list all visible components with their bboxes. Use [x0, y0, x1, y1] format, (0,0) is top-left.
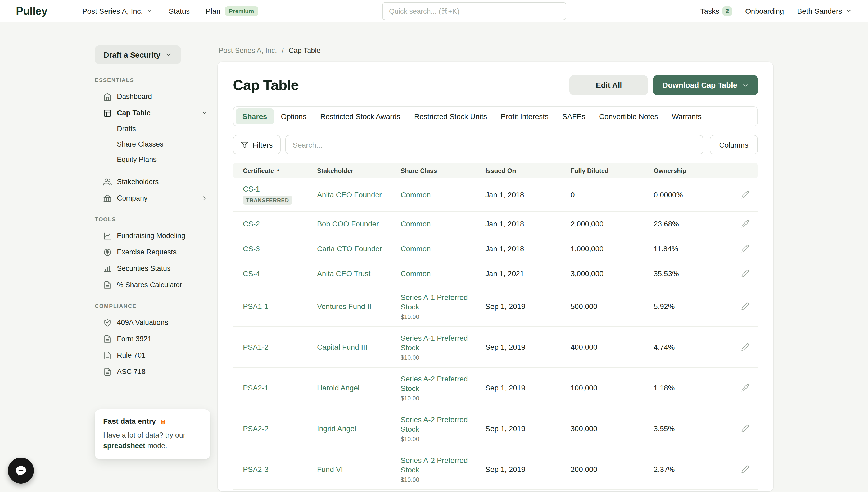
certificate-link[interactable]: PSA2-2 [243, 424, 269, 433]
stakeholder-cell: Carla CTO Founder [317, 244, 401, 253]
premium-badge: Premium [225, 6, 258, 16]
stakeholder-link[interactable]: Fund VI [317, 465, 343, 473]
chevron-down-icon [845, 7, 852, 14]
share-class-link[interactable]: Series A-2 Preferred Stock [401, 456, 473, 475]
column-header-fully-diluted[interactable]: Fully Diluted [571, 167, 654, 174]
edit-row-button[interactable] [741, 191, 749, 199]
nav-plan-link[interactable]: Plan Premium [206, 6, 258, 16]
sidebar-item-asc-718[interactable]: ASC 718 [95, 364, 211, 380]
sidebar-item-securities-status[interactable]: Securities Status [95, 260, 211, 277]
section-label-essentials: ESSENTIALS [95, 77, 211, 83]
edit-row-button[interactable] [741, 302, 749, 311]
share-class-link[interactable]: Series A-2 Preferred Stock [401, 374, 473, 394]
edit-row-button[interactable] [741, 384, 749, 392]
stakeholder-link[interactable]: Anita CEO Founder [317, 191, 382, 199]
navbar-left: Pulley Post Series A, Inc. Status Plan P… [16, 4, 258, 17]
certificate-link[interactable]: PSA1-2 [243, 343, 269, 351]
chat-launcher-button[interactable] [8, 458, 34, 484]
table-search-input[interactable] [293, 141, 696, 149]
stakeholder-link[interactable]: Capital Fund III [317, 343, 367, 351]
share-price: $10.00 [401, 476, 473, 483]
issued-on-cell: Sep 1, 2019 [485, 465, 571, 473]
stakeholder-link[interactable]: Harold Angel [317, 384, 359, 392]
sidebar-item-exercise-requests[interactable]: Exercise Requests [95, 244, 211, 260]
table-row: PSA2-3Fund VISeries A-2 Preferred Stock$… [233, 449, 758, 490]
sidebar-item-share-classes[interactable]: Share Classes [95, 137, 211, 152]
sidebar-item-rule-701[interactable]: Rule 701 [95, 347, 211, 364]
certificate-link[interactable]: CS-3 [243, 244, 260, 253]
stakeholder-link[interactable]: Anita CEO Trust [317, 269, 370, 278]
certificate-link[interactable]: CS-2 [243, 220, 260, 228]
sidebar-item-fundraising-modeling[interactable]: Fundraising Modeling [95, 227, 211, 244]
edit-row-button[interactable] [741, 269, 749, 278]
filters-button[interactable]: Filters [233, 135, 281, 154]
tab-safes[interactable]: SAFEs [555, 108, 592, 124]
certificate-link[interactable]: PSA2-3 [243, 465, 269, 473]
tab-options[interactable]: Options [274, 108, 313, 124]
certificate-cell: CS-2 [233, 220, 317, 228]
pulley-logo[interactable]: Pulley [16, 4, 47, 17]
company-selector[interactable]: Post Series A, Inc. [82, 7, 153, 15]
column-header-label: Certificate [243, 167, 274, 174]
edit-row-button[interactable] [741, 220, 749, 228]
download-cap-table-button[interactable]: Download Cap Table [653, 75, 758, 95]
cap-table-card: Cap Table Edit All Download Cap Table Sh… [218, 62, 773, 491]
sidebar-item-shares-calculator[interactable]: % Shares Calculator [95, 277, 211, 293]
sidebar-item-label: ASC 718 [117, 368, 146, 376]
edit-row-button[interactable] [741, 244, 749, 253]
document-icon [103, 367, 112, 376]
draft-a-security-button[interactable]: Draft a Security [95, 46, 181, 64]
nav-status-link[interactable]: Status [169, 7, 190, 15]
actions-cell [739, 465, 758, 473]
sidebar-item-drafts[interactable]: Drafts [95, 121, 211, 137]
breadcrumb-company[interactable]: Post Series A, Inc. [219, 47, 277, 54]
share-class-link[interactable]: Common [401, 244, 473, 254]
certificate-link[interactable]: CS-1 [243, 184, 260, 193]
sidebar-item-form-3921[interactable]: Form 3921 [95, 330, 211, 347]
tab-restricted-stock-awards[interactable]: Restricted Stock Awards [313, 108, 407, 124]
stakeholder-link[interactable]: Ingrid Angel [317, 424, 356, 433]
tab-warrants[interactable]: Warrants [665, 108, 709, 124]
share-class-link[interactable]: Series A-1 Preferred Stock [401, 293, 473, 312]
nav-onboarding-link[interactable]: Onboarding [745, 7, 784, 15]
share-class-link[interactable]: Common [401, 219, 473, 229]
stakeholder-link[interactable]: Carla CTO Founder [317, 244, 382, 253]
tab-shares[interactable]: Shares [236, 108, 274, 124]
actions-cell [739, 424, 758, 433]
sidebar-item-company[interactable]: Company [95, 190, 211, 206]
draft-button-label: Draft a Security [104, 51, 160, 59]
edit-row-button[interactable] [741, 343, 749, 351]
edit-all-button[interactable]: Edit All [570, 75, 648, 95]
card-header: Cap Table Edit All Download Cap Table [233, 75, 758, 95]
column-header-ownership[interactable]: Ownership [654, 167, 739, 174]
edit-row-button[interactable] [741, 465, 749, 473]
quick-search-input[interactable] [382, 2, 566, 20]
sidebar-item-stakeholders[interactable]: Stakeholders [95, 174, 211, 190]
share-class-link[interactable]: Common [401, 269, 473, 278]
sidebar-item-equity-plans[interactable]: Equity Plans [95, 152, 211, 167]
certificate-link[interactable]: PSA1-1 [243, 302, 269, 311]
spreadsheet-mode-link[interactable]: spreadsheet [103, 441, 145, 449]
column-header-stakeholder[interactable]: Stakeholder [317, 167, 401, 174]
edit-row-button[interactable] [741, 424, 749, 433]
column-header-issued-on[interactable]: Issued On [485, 167, 571, 174]
stakeholder-link[interactable]: Ventures Fund II [317, 302, 371, 311]
sidebar-item-cap-table[interactable]: Cap Table [95, 105, 211, 121]
sidebar-item-dashboard[interactable]: Dashboard [95, 88, 211, 105]
stakeholder-link[interactable]: Bob COO Founder [317, 220, 379, 228]
tasks-label: Tasks [700, 7, 719, 15]
user-menu[interactable]: Beth Sanders [797, 7, 852, 15]
tab-convertible-notes[interactable]: Convertible Notes [592, 108, 665, 124]
certificate-link[interactable]: CS-4 [243, 269, 260, 278]
tab-profit-interests[interactable]: Profit Interests [494, 108, 555, 124]
tab-restricted-stock-units[interactable]: Restricted Stock Units [407, 108, 494, 124]
column-header-share-class[interactable]: Share Class [401, 167, 485, 174]
sidebar-item-409a-valuations[interactable]: 409A Valuations [95, 314, 211, 330]
certificate-link[interactable]: PSA2-1 [243, 384, 269, 392]
share-class-link[interactable]: Series A-1 Preferred Stock [401, 333, 473, 353]
share-class-link[interactable]: Series A-2 Preferred Stock [401, 415, 473, 434]
columns-button[interactable]: Columns [710, 135, 758, 154]
column-header-certificate[interactable]: Certificate ▲ [233, 167, 317, 174]
share-class-link[interactable]: Common [401, 190, 473, 200]
nav-tasks-link[interactable]: Tasks 2 [700, 6, 732, 16]
